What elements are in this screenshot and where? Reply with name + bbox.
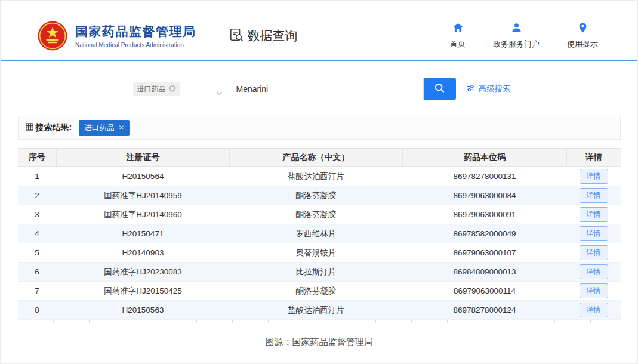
row-index: 5 — [18, 243, 57, 263]
remove-filter-icon[interactable]: ✕ — [118, 124, 124, 131]
row-product-name: 酮洛芬凝胶 — [230, 282, 403, 301]
advanced-search-label: 高级搜索 — [479, 84, 511, 94]
brand-title-en: National Medical Products Administration — [75, 42, 196, 48]
row-index: 6 — [18, 263, 57, 282]
table-header-row: 序号 注册证号 产品名称（中文） 药品本位码 详情 — [18, 149, 621, 167]
detail-button[interactable]: 详情 — [580, 169, 608, 184]
row-index: 2 — [18, 186, 57, 205]
nmpa-emblem-logo — [38, 21, 67, 51]
table-row: 2 国药准字HJ20140959 酮洛芬凝胶 86979063000084 详情 — [18, 186, 621, 205]
row-index: 8 — [18, 301, 57, 320]
row-registration-number: 国药准字HJ20230083 — [57, 263, 230, 282]
column-header-product-name: 产品名称（中文） — [230, 149, 403, 167]
table-row: 3 国药准字HJ20140960 酮洛芬凝胶 86979063000091 详情 — [18, 205, 621, 224]
row-drug-code: 86978582000049 — [403, 224, 567, 243]
row-drug-code: 86979063000084 — [403, 186, 567, 205]
row-registration-number: 国药准字HJ20140960 — [57, 205, 230, 224]
row-registration-number: 国药准字HJ20140959 — [57, 186, 230, 205]
header-nav: 首页 政务服务门户 使用提示 — [450, 22, 598, 50]
advanced-search-link[interactable]: 高级搜索 — [466, 84, 511, 94]
row-drug-code: 86979063000091 — [403, 205, 567, 224]
header-left: 国家药品监督管理局 National Medical Products Admi… — [38, 21, 298, 51]
row-detail-cell: 详情 — [567, 263, 621, 282]
row-registration-number: H20150564 — [57, 167, 230, 186]
detail-button[interactable]: 详情 — [580, 264, 608, 279]
row-product-name: 盐酸达泊西汀片 — [230, 167, 403, 186]
section-title-label: 数据查询 — [248, 27, 298, 44]
detail-button[interactable]: 详情 — [580, 226, 608, 241]
row-registration-number: H20140903 — [57, 243, 230, 263]
row-product-name: 盐酸达泊西汀片 — [230, 301, 403, 320]
table-row: 6 国药准字HJ20230083 比拉斯汀片 86984809000013 详情 — [18, 263, 621, 282]
search-button[interactable] — [424, 78, 456, 100]
detail-button[interactable]: 详情 — [580, 283, 608, 298]
table-row: 7 国药准字HJ20150425 酮洛芬凝胶 86979063000114 详情 — [18, 282, 621, 301]
row-detail-cell: 详情 — [567, 243, 621, 263]
clear-category-icon[interactable] — [169, 85, 176, 94]
row-product-name: 奥替溴铵片 — [230, 243, 403, 263]
row-index: 7 — [18, 282, 57, 301]
row-detail-cell: 详情 — [567, 224, 621, 243]
table-row: 5 H20140903 奥替溴铵片 86979063000107 详情 — [18, 243, 621, 263]
category-tag: 进口药品 — [133, 82, 180, 96]
row-drug-code: 86984809000013 — [403, 263, 567, 282]
nav-item-portal[interactable]: 政务服务门户 — [493, 22, 540, 50]
nav-item-home[interactable]: 首页 — [450, 22, 466, 50]
brand-title-cn: 国家药品监督管理局 — [75, 23, 196, 40]
table-row: 4 H20150471 罗西维林片 86978582000049 详情 — [18, 224, 621, 243]
row-drug-code: 86979063000107 — [403, 243, 567, 263]
filter-tag-label: 进口药品 — [84, 123, 114, 133]
row-registration-number: H20150563 — [57, 301, 230, 320]
column-header-index: 序号 — [18, 149, 57, 167]
results-table: 序号 注册证号 产品名称（中文） 药品本位码 详情 1 H20150564 盐酸… — [18, 148, 621, 323]
search-input[interactable] — [229, 78, 424, 100]
row-drug-code: 86978278000124 — [403, 301, 567, 320]
table-bottom-ruler — [18, 320, 621, 323]
row-detail-cell: 详情 — [567, 205, 621, 224]
image-source-caption: 图源：国家药品监督管理局 — [1, 337, 637, 348]
brand: 国家药品监督管理局 National Medical Products Admi… — [75, 23, 196, 48]
row-registration-number: 国药准字HJ20150425 — [57, 282, 230, 301]
category-select[interactable]: 进口药品 — [128, 78, 229, 100]
category-tag-label: 进口药品 — [137, 84, 166, 94]
header: 国家药品监督管理局 National Medical Products Admi… — [1, 1, 637, 60]
nav-item-tips[interactable]: 使用提示 — [567, 22, 598, 50]
nav-item-label: 首页 — [450, 39, 466, 50]
data-query-icon — [229, 27, 244, 45]
tips-pin-icon — [577, 22, 588, 35]
row-detail-cell: 详情 — [567, 301, 621, 320]
chevron-down-icon — [216, 87, 223, 91]
filter-tag-imported-drug[interactable]: 进口药品 ✕ — [79, 120, 130, 136]
row-index: 4 — [18, 224, 57, 243]
search-row: 进口药品 高级搜索 — [1, 78, 637, 100]
row-drug-code: 86978278000131 — [403, 167, 567, 186]
row-index: 3 — [18, 205, 57, 224]
row-product-name: 酮洛芬凝胶 — [230, 186, 403, 205]
row-drug-code: 86979063000114 — [403, 282, 567, 301]
detail-button[interactable]: 详情 — [580, 245, 608, 260]
row-product-name: 罗西维林片 — [230, 224, 403, 243]
table-row: 1 H20150564 盐酸达泊西汀片 86978278000131 详情 — [18, 167, 621, 186]
row-detail-cell: 详情 — [567, 282, 621, 301]
column-header-detail: 详情 — [567, 149, 621, 167]
home-icon — [452, 22, 464, 35]
section-title: 数据查询 — [229, 27, 298, 45]
column-header-drug-code: 药品本位码 — [403, 149, 567, 167]
grid-icon — [26, 123, 33, 132]
column-header-registration-number: 注册证号 — [57, 149, 230, 167]
header-divider — [1, 60, 637, 61]
filter-sliders-icon — [466, 84, 475, 94]
detail-button[interactable]: 详情 — [580, 188, 608, 203]
row-index: 1 — [18, 167, 57, 186]
results-bar: 搜索结果: 进口药品 ✕ — [18, 116, 621, 140]
row-product-name: 酮洛芬凝胶 — [230, 205, 403, 224]
nav-item-label: 使用提示 — [567, 39, 598, 50]
table-row: 8 H20150563 盐酸达泊西汀片 86978278000124 详情 — [18, 301, 621, 320]
row-product-name: 比拉斯汀片 — [230, 263, 403, 282]
results-label-text: 搜索结果: — [36, 122, 72, 133]
detail-button[interactable]: 详情 — [580, 207, 608, 222]
detail-button[interactable]: 详情 — [580, 303, 608, 317]
search-group: 进口药品 — [128, 78, 456, 100]
results-label: 搜索结果: — [26, 122, 72, 133]
row-detail-cell: 详情 — [567, 167, 621, 186]
